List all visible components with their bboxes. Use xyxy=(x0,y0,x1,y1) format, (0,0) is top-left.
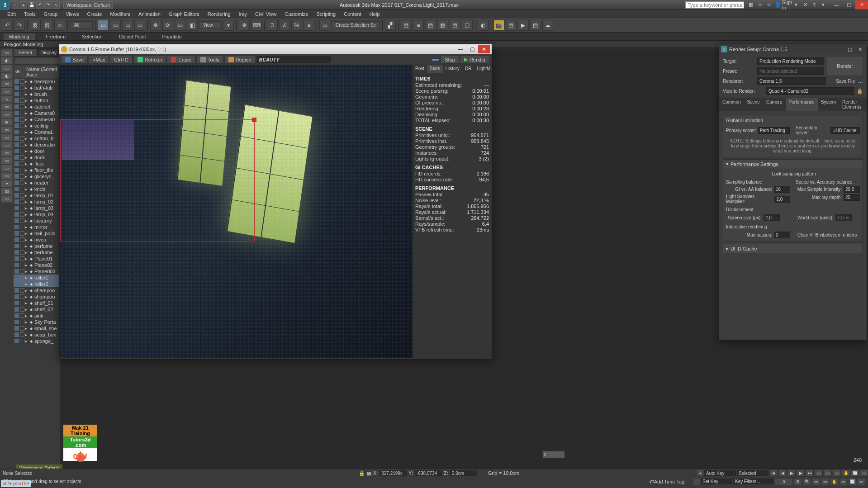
freeze-icon[interactable] xyxy=(20,244,24,248)
scene-header[interactable]: 👁 Name (Sorted Asce xyxy=(14,66,60,78)
time-config-button[interactable]: ⚙ xyxy=(794,478,802,485)
scene-item[interactable]: ▸◆floor xyxy=(14,161,60,167)
menu-animation[interactable]: Animation xyxy=(135,11,164,17)
render-button[interactable]: ▶ xyxy=(518,20,529,31)
freeze-icon[interactable] xyxy=(20,326,24,331)
scene-item[interactable]: ▸◆bath-tub xyxy=(14,85,60,91)
freeze-icon[interactable] xyxy=(20,187,24,191)
visibility-icon[interactable] xyxy=(14,339,19,343)
pan2-button[interactable]: ✋ xyxy=(830,478,838,485)
menu-help[interactable]: Help xyxy=(366,11,384,17)
bind-button[interactable]: ⎋ xyxy=(54,20,65,31)
menu-edit[interactable]: Edit xyxy=(4,11,19,17)
scene-item[interactable]: ▸◆cabinet xyxy=(14,104,60,110)
fb-titlebar[interactable]: Corona 1.5 Frame Buffer (1019×835px, 1:1… xyxy=(59,44,492,54)
scene-item[interactable]: ▸◆sink xyxy=(14,313,60,319)
tool-icon[interactable]: ▭ xyxy=(1,195,13,203)
fb-stop-button[interactable]: Stop xyxy=(441,56,459,64)
coord-z-input[interactable]: 0,0cm xyxy=(450,470,477,476)
scene-item[interactable]: ▸◆shelf_01 xyxy=(14,300,60,306)
autokey-button[interactable]: Auto Key xyxy=(704,470,736,476)
fb-render-view[interactable] xyxy=(59,65,413,358)
fb-maximize-button[interactable]: ▢ xyxy=(466,45,478,53)
tab-system[interactable]: System xyxy=(818,98,839,111)
visibility-icon[interactable] xyxy=(14,117,19,122)
max-int-spinner[interactable]: 20,0 xyxy=(844,186,860,193)
close2-icon[interactable]: ✕ xyxy=(802,2,808,8)
visibility-icon[interactable] xyxy=(14,301,19,305)
rotate-button[interactable]: ⟳ xyxy=(162,20,173,31)
visibility-icon[interactable] xyxy=(14,104,19,109)
freeze-icon[interactable] xyxy=(20,269,24,274)
workspace-dropdown[interactable]: Workspace: Default xyxy=(63,1,113,9)
freeze-icon[interactable] xyxy=(20,332,24,337)
save-icon[interactable]: 💾 xyxy=(28,1,35,9)
freeze-icon[interactable] xyxy=(20,313,24,318)
scene-item[interactable]: ▸◆roller2 xyxy=(14,281,60,287)
menu-views[interactable]: Views xyxy=(62,11,82,17)
visibility-icon[interactable] xyxy=(14,225,19,229)
layer-manager-button[interactable]: ▤ xyxy=(425,20,436,31)
snap-toggle-button[interactable]: 3 xyxy=(267,20,278,31)
menu-iray[interactable]: Iray xyxy=(235,11,251,17)
tab-display[interactable]: Display xyxy=(37,48,61,57)
star2-icon[interactable]: ☆ xyxy=(766,2,772,8)
grid-icon[interactable]: ▦ xyxy=(748,2,754,8)
next-frame-button[interactable]: ▶ xyxy=(797,469,805,477)
ribbon-freeform[interactable]: Freeform xyxy=(40,33,71,40)
visibility-icon[interactable] xyxy=(14,307,19,312)
undo-button[interactable]: ↶ xyxy=(2,20,13,31)
freeze-icon[interactable] xyxy=(20,117,24,122)
scene-item[interactable]: ▸◆brush xyxy=(14,91,60,97)
tab-dr[interactable]: DR xyxy=(462,65,474,73)
scene-item[interactable]: ▸◆roller1 xyxy=(14,275,60,281)
visibility-icon[interactable] xyxy=(14,168,19,172)
caret-icon[interactable]: ▾ xyxy=(793,2,799,8)
addtag-icon[interactable]: 🏷 xyxy=(649,479,654,484)
scene-item[interactable]: ▸◆soap_box xyxy=(14,332,60,338)
scene-item[interactable]: ▸◆gliceryn_ xyxy=(14,173,60,180)
freeze-icon[interactable] xyxy=(20,320,24,324)
visibility-icon[interactable] xyxy=(14,269,19,274)
coord-y-input[interactable]: -638,0734 xyxy=(415,470,442,476)
zoom-all-button[interactable]: ▭ xyxy=(812,478,820,485)
menu-grapheditors[interactable]: Graph Editors xyxy=(165,11,203,17)
scene-filter-input[interactable] xyxy=(14,57,59,65)
freeze-icon[interactable] xyxy=(20,155,24,160)
prev-frame-button[interactable]: ◀ xyxy=(778,469,787,477)
view-dropdown[interactable]: Quad 4 - Camera02 xyxy=(766,87,854,95)
savefile-checkbox[interactable] xyxy=(829,79,833,83)
tool-icon[interactable]: ◐ xyxy=(1,72,13,80)
visibility-icon[interactable] xyxy=(14,288,19,293)
scene-item[interactable]: ▸◆floor_tile xyxy=(14,167,60,173)
tab-common[interactable]: Common xyxy=(719,98,744,111)
angle-snap-button[interactable]: ∠ xyxy=(279,20,290,31)
close-button[interactable]: ✕ xyxy=(855,0,868,9)
visibility-icon[interactable] xyxy=(14,111,19,115)
screen-spinner[interactable]: 2,0 xyxy=(764,214,780,221)
menu-modifiers[interactable]: Modifiers xyxy=(106,11,134,17)
tab-post[interactable]: Post xyxy=(413,65,427,73)
visibility-icon[interactable] xyxy=(14,92,19,96)
spinner-snap-button[interactable]: ≡ xyxy=(304,20,314,31)
tab-lightmix[interactable]: LightMix xyxy=(474,65,492,73)
pan-button[interactable]: ✋ xyxy=(842,469,850,477)
visibility-icon[interactable] xyxy=(14,193,19,198)
minimize-button[interactable]: — xyxy=(830,0,843,9)
key-mode-button[interactable]: ▭ xyxy=(815,469,823,477)
render-setup-button[interactable]: 🎬 xyxy=(493,20,504,31)
tool-icon[interactable]: ▭ xyxy=(1,49,13,57)
mirror-button[interactable]: ▞ xyxy=(385,20,396,31)
percent-snap-button[interactable]: % xyxy=(291,20,302,31)
freeze-icon[interactable] xyxy=(20,136,24,141)
fb-ctrlc-button[interactable]: Ctrl+C xyxy=(110,56,132,64)
select-object-button[interactable]: ▭ xyxy=(98,20,109,31)
visibility-icon[interactable] xyxy=(14,187,19,191)
freeze-icon[interactable] xyxy=(20,98,24,103)
keyboard-button[interactable]: ⌨ xyxy=(251,20,262,31)
visibility-icon[interactable] xyxy=(14,174,19,179)
rs-maximize-button[interactable]: ▢ xyxy=(845,46,855,53)
visibility-icon[interactable] xyxy=(14,332,19,337)
freeze-icon[interactable] xyxy=(20,193,24,198)
freeze-icon[interactable] xyxy=(20,130,24,134)
